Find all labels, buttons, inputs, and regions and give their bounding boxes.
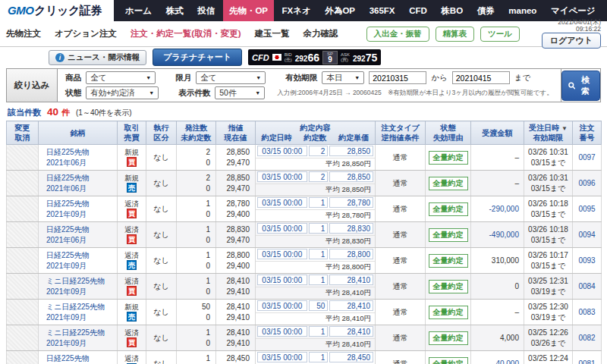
nav-item-投信[interactable]: 投信 bbox=[191, 0, 221, 21]
date-from-input[interactable] bbox=[369, 71, 426, 84]
order-expiry: 03/26まで bbox=[527, 338, 570, 349]
nav-item-株式[interactable]: 株式 bbox=[160, 0, 190, 21]
col-order-type: 注文タイプ逆指値条件 bbox=[376, 121, 426, 145]
symbol-month: 2021年09月 bbox=[46, 338, 115, 349]
order-qty: 1 bbox=[179, 199, 210, 209]
order-no-link[interactable]: 0084 bbox=[573, 274, 602, 300]
sub-nav: 先物注文オプション注文注文・約定一覧(取消・変更)建玉一覧余力確認 入出金・振替… bbox=[0, 21, 607, 47]
status-cell: 全量約定 bbox=[426, 300, 471, 325]
symbol-cell[interactable]: 日経225先物 2021年09月 bbox=[39, 196, 118, 222]
order-type-cell: 通常 bbox=[376, 274, 426, 300]
fill-detail-cell: 03/15 00:00 1 28,450 平均 28,450円 bbox=[256, 351, 376, 364]
order-expiry: 03/15まで bbox=[527, 184, 570, 194]
symbol-cell[interactable]: ミニ日経225先物 2021年09月 bbox=[39, 325, 118, 351]
nav-item-FXネオ[interactable]: FXネオ bbox=[276, 0, 317, 21]
tab-オプション注文[interactable]: オプション注文 bbox=[55, 28, 117, 39]
symbol-cell[interactable]: 日経225先物 2021年06月 bbox=[39, 145, 118, 171]
nav-item-CFD[interactable]: CFD bbox=[403, 0, 433, 21]
nav-item-債券[interactable]: 債券 bbox=[471, 0, 501, 21]
fill-time: 03/15 00:00 bbox=[257, 171, 307, 182]
change-cancel-cell bbox=[7, 351, 39, 364]
tab-余力確認[interactable]: 余力確認 bbox=[304, 28, 338, 39]
product-select[interactable]: 全て▼ bbox=[86, 71, 156, 84]
status-badge: 全量約定 bbox=[429, 306, 468, 319]
table-row: 日経225先物 2021年06月 返済 買 なし 1 0 28,830 29,4… bbox=[7, 222, 602, 248]
button-ツール[interactable]: ツール bbox=[480, 27, 520, 42]
symbol-cell[interactable]: 日経225先物 2021年09月 bbox=[39, 248, 118, 274]
table-row: ミニ日経225先物 2021年09月 返済 買 なし 1 0 28,410 29… bbox=[7, 274, 602, 300]
symbol-cell[interactable]: ミニ日経225先物 2021年09月 bbox=[39, 300, 118, 325]
page-size-select[interactable]: 50件▼ bbox=[215, 86, 265, 99]
trade-kind: 返済 bbox=[120, 200, 143, 208]
nav-item-ホーム[interactable]: ホーム bbox=[119, 0, 158, 21]
order-no-link[interactable]: 0097 bbox=[573, 145, 602, 171]
fill-time: 03/15 00:00 bbox=[257, 146, 307, 156]
tab-建玉一覧[interactable]: 建玉一覧 bbox=[255, 28, 290, 39]
expiry-select[interactable]: 本日▼ bbox=[322, 71, 364, 84]
side-badge: 買 bbox=[127, 209, 137, 218]
button-精算表[interactable]: 精算表 bbox=[436, 27, 475, 42]
nav-item-外為OP[interactable]: 外為OP bbox=[319, 0, 361, 21]
symbol-cell[interactable]: 日経225先物 2021年06月 bbox=[39, 222, 118, 248]
tab-注文・約定一覧(取消・変更)[interactable]: 注文・約定一覧(取消・変更) bbox=[131, 28, 241, 39]
search-button[interactable]: 検索 bbox=[561, 71, 600, 101]
order-qty: 1 bbox=[179, 353, 210, 364]
fill-qty: 1 bbox=[309, 249, 329, 259]
order-no-link[interactable]: 0081 bbox=[573, 351, 602, 364]
settlement-amount-cell: -40,000 bbox=[471, 351, 524, 364]
filter-main: 商品 全て▼ 限月 全て▼ 有効期限 本日▼ から まで 状態 有効+約定済▼ bbox=[58, 69, 560, 102]
trade-cell: 返済 買 bbox=[118, 196, 146, 222]
symbol-cell[interactable]: 日経225先物 2021年06月 bbox=[39, 171, 118, 196]
symbol-name: 日経225先物 bbox=[46, 224, 115, 235]
price-cell: 28,410 29,410 bbox=[216, 325, 256, 351]
table-row: ミニ日経225先物 2021年09月 新規 売 なし 50 0 28,410 2… bbox=[7, 300, 602, 325]
order-no-link[interactable]: 0082 bbox=[573, 325, 602, 351]
status-select[interactable]: 有効+約定済▼ bbox=[86, 86, 159, 99]
trade-kind: 返済 bbox=[120, 252, 143, 259]
fill-price: 28,800 bbox=[329, 249, 373, 259]
news-disclosure-button[interactable]: i ニュース・開示情報 bbox=[49, 50, 146, 65]
status-cell: 全量約定 bbox=[426, 196, 471, 222]
change-cancel-cell bbox=[7, 145, 39, 171]
status-cell: 全量約定 bbox=[426, 171, 471, 196]
order-no-link[interactable]: 0083 bbox=[573, 300, 602, 325]
brand-logo[interactable]: GMOクリック証券 bbox=[0, 0, 114, 21]
price-cell: 28,850 29,470 bbox=[216, 145, 256, 171]
filter-row-1: 商品 全て▼ 限月 全て▼ 有効期限 本日▼ から まで bbox=[65, 71, 552, 84]
status-badge: 全量約定 bbox=[429, 228, 468, 242]
logout-button[interactable]: ログアウト bbox=[542, 33, 601, 49]
fill-detail-cell: 03/15 00:00 1 28,410 平均 28,410円 bbox=[256, 325, 376, 351]
tab-先物注文[interactable]: 先物注文 bbox=[6, 28, 41, 39]
limit-price: 28,410 bbox=[219, 328, 250, 338]
order-no-link[interactable]: 0096 bbox=[573, 171, 602, 196]
status-badge: 全量約定 bbox=[429, 254, 468, 268]
order-qty: 2 bbox=[179, 173, 210, 184]
order-no-link[interactable]: 0094 bbox=[573, 222, 602, 248]
button-入出金・振替[interactable]: 入出金・振替 bbox=[366, 27, 429, 42]
order-time-cell: 03/25 12:24 03/26まで bbox=[524, 351, 573, 364]
col-order-time[interactable]: 受注日時 ▼有効期限 bbox=[524, 121, 573, 145]
order-time: 03/26 10:31 bbox=[527, 173, 570, 184]
symbol-cell[interactable]: ミニ日経225先物 2021年09月 bbox=[39, 274, 118, 300]
order-no-link[interactable]: 0095 bbox=[573, 196, 602, 222]
cfd-ticker[interactable]: CFD BID(売) 29266 SP9 ASK(買) 29275 bbox=[248, 49, 381, 65]
ask-price: 29275 bbox=[353, 52, 377, 64]
nav-item-365FX[interactable]: 365FX bbox=[363, 0, 401, 21]
symbol-cell[interactable]: 日経225先物 2021年09月 bbox=[39, 351, 118, 364]
chevron-down-icon: ▼ bbox=[255, 90, 260, 96]
order-no-link[interactable]: 0093 bbox=[573, 248, 602, 274]
contract-month-select[interactable]: 全て▼ bbox=[196, 71, 266, 84]
price-cell: 28,410 29,410 bbox=[216, 274, 256, 300]
date-to-input[interactable] bbox=[452, 71, 510, 84]
status-cell: 全量約定 bbox=[426, 274, 471, 300]
nav-item-先物・OP[interactable]: 先物・OP bbox=[223, 0, 274, 21]
fill-average: 平均 28,410円 bbox=[256, 287, 375, 299]
col-status: 状態失効理由 bbox=[426, 121, 471, 145]
nav-item-株BO[interactable]: 株BO bbox=[435, 0, 469, 21]
platinum-chart-button[interactable]: プラチナチャート bbox=[153, 49, 242, 66]
order-qty: 1 bbox=[179, 276, 210, 287]
trade-kind: 新規 bbox=[120, 174, 143, 182]
limit-price: 28,780 bbox=[219, 199, 250, 209]
col-price: 指値現在値 bbox=[216, 121, 256, 145]
fill-detail-cell: 03/15 00:00 2 28,850 平均 28,850円 bbox=[256, 145, 376, 171]
